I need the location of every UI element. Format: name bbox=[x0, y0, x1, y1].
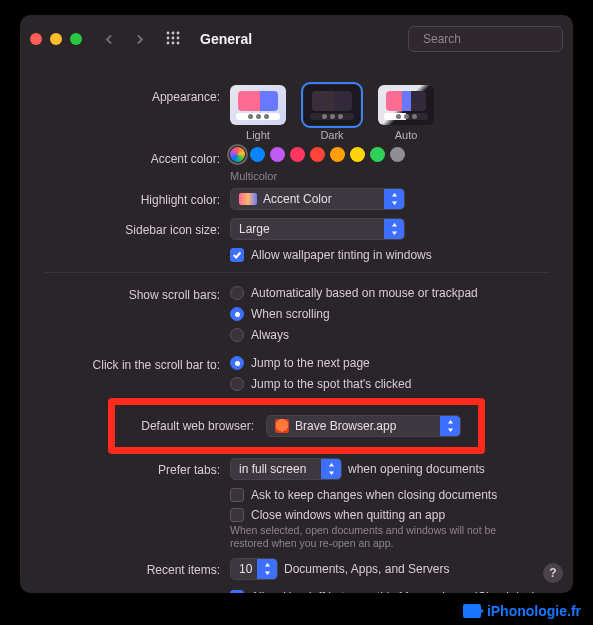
close-windows-quit-hint: When selected, open documents and window… bbox=[230, 524, 535, 550]
accent-swatch-purple[interactable] bbox=[270, 147, 285, 162]
scrollbars-radio-always[interactable]: Always bbox=[230, 325, 289, 345]
recent-items-select[interactable]: 10 bbox=[230, 558, 278, 580]
svg-point-0 bbox=[167, 32, 170, 35]
accent-color-swatches bbox=[230, 147, 405, 162]
accent-swatch-green[interactable] bbox=[370, 147, 385, 162]
svg-point-7 bbox=[172, 42, 175, 45]
svg-point-3 bbox=[167, 37, 170, 40]
scrollbars-radio-auto[interactable]: Automatically based on mouse or trackpad bbox=[230, 283, 478, 303]
svg-point-1 bbox=[172, 32, 175, 35]
svg-point-2 bbox=[177, 32, 180, 35]
system-prefs-general-window: General Appearance: Light Dark Auto bbox=[20, 15, 573, 593]
back-button[interactable] bbox=[98, 28, 120, 50]
help-button[interactable]: ? bbox=[543, 563, 563, 583]
wallpaper-tinting-checkbox[interactable]: Allow wallpaper tinting in windows bbox=[230, 248, 432, 262]
default-browser-highlight: Default web browser: Brave Browser.app bbox=[108, 398, 485, 454]
traffic-lights bbox=[30, 33, 82, 45]
svg-point-5 bbox=[177, 37, 180, 40]
accent-swatch-red[interactable] bbox=[310, 147, 325, 162]
svg-point-4 bbox=[172, 37, 175, 40]
accent-color-value: Multicolor bbox=[230, 170, 277, 182]
recent-items-label: Recent items: bbox=[20, 558, 230, 582]
sidebar-icon-size-label: Sidebar icon size: bbox=[20, 218, 230, 242]
accent-color-label: Accent color: bbox=[20, 147, 230, 171]
content: Appearance: Light Dark Auto Accent color… bbox=[20, 63, 573, 593]
divider bbox=[44, 272, 549, 273]
search-input[interactable] bbox=[423, 32, 573, 46]
scrollbars-radio-when-scrolling[interactable]: When scrolling bbox=[230, 304, 330, 324]
titlebar: General bbox=[20, 15, 573, 63]
highlight-color-label: Highlight color: bbox=[20, 188, 230, 212]
appearance-options: Light Dark Auto bbox=[230, 85, 573, 141]
svg-point-8 bbox=[177, 42, 180, 45]
click-scroll-radio-next-page[interactable]: Jump to the next page bbox=[230, 353, 370, 373]
accent-swatch-graphite[interactable] bbox=[390, 147, 405, 162]
zoom-icon[interactable] bbox=[70, 33, 82, 45]
minimize-icon[interactable] bbox=[50, 33, 62, 45]
watermark-icon bbox=[463, 604, 481, 618]
accent-swatch-yellow[interactable] bbox=[350, 147, 365, 162]
show-all-icon[interactable] bbox=[164, 29, 184, 49]
brave-icon bbox=[275, 419, 289, 433]
forward-button[interactable] bbox=[128, 28, 150, 50]
close-windows-quit-checkbox[interactable]: Close windows when quitting an app bbox=[230, 508, 445, 522]
show-scroll-bars-label: Show scroll bars: bbox=[20, 283, 230, 307]
click-in-scroll-bar-label: Click in the scroll bar to: bbox=[20, 353, 230, 377]
gradient-icon bbox=[239, 193, 257, 205]
click-scroll-radio-spot[interactable]: Jump to the spot that's clicked bbox=[230, 374, 411, 394]
appearance-option-light[interactable]: Light bbox=[230, 85, 286, 141]
default-web-browser-label: Default web browser: bbox=[129, 419, 254, 433]
page-title: General bbox=[200, 31, 252, 47]
search-field[interactable] bbox=[408, 26, 563, 52]
svg-point-6 bbox=[167, 42, 170, 45]
watermark: iPhonologie.fr bbox=[459, 601, 585, 621]
accent-swatch-blue[interactable] bbox=[250, 147, 265, 162]
prefer-tabs-label: Prefer tabs: bbox=[20, 458, 230, 482]
accent-swatch-pink[interactable] bbox=[290, 147, 305, 162]
appearance-option-dark[interactable]: Dark bbox=[304, 85, 360, 141]
allow-handoff-checkbox[interactable]: Allow Handoff between this Mac and your … bbox=[230, 590, 553, 593]
default-web-browser-select[interactable]: Brave Browser.app bbox=[266, 415, 461, 437]
accent-swatch-orange[interactable] bbox=[330, 147, 345, 162]
prefer-tabs-select[interactable]: in full screen bbox=[230, 458, 342, 480]
accent-swatch-multicolor[interactable] bbox=[230, 147, 245, 162]
appearance-option-auto[interactable]: Auto bbox=[378, 85, 434, 141]
sidebar-icon-size-select[interactable]: Large bbox=[230, 218, 405, 240]
close-icon[interactable] bbox=[30, 33, 42, 45]
appearance-label: Appearance: bbox=[20, 85, 230, 109]
highlight-color-select[interactable]: Accent Color bbox=[230, 188, 405, 210]
ask-keep-changes-checkbox[interactable]: Ask to keep changes when closing documen… bbox=[230, 488, 497, 502]
